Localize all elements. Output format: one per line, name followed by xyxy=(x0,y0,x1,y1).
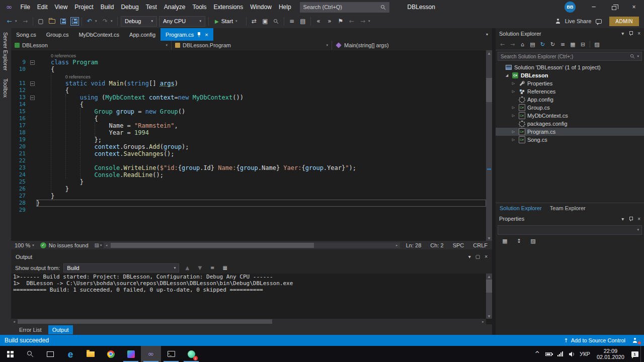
expander-icon[interactable]: ▷ xyxy=(511,89,516,94)
search-options-chevron-icon[interactable]: ▾ xyxy=(637,54,639,58)
code-line[interactable]: 18 Year = 1994 xyxy=(11,129,486,136)
save-icon[interactable] xyxy=(57,15,68,27)
network-icon[interactable] xyxy=(554,346,566,362)
output-source-select[interactable]: Build ▾ xyxy=(63,263,179,273)
output-horizontal-scrollbar[interactable]: ◂ ▸ xyxy=(11,319,486,324)
platform-select[interactable]: Any CPU ▾ xyxy=(159,16,205,27)
edge-button[interactable]: e xyxy=(60,346,80,362)
zoom-control[interactable]: 100 % ▾ xyxy=(15,242,34,248)
code-line[interactable]: 27 } xyxy=(11,193,486,200)
tree-item-group-cs[interactable]: ▷Group.cs xyxy=(496,104,644,112)
refresh-icon[interactable]: ↻ xyxy=(548,41,557,48)
code-line[interactable]: 11− static void Main(string[] args) xyxy=(11,80,486,87)
live-share-label[interactable]: Live Share xyxy=(565,18,592,24)
start-button[interactable] xyxy=(0,346,20,362)
tab-program-cs[interactable]: Program.cs× xyxy=(160,28,213,41)
scrollbar-thumb[interactable] xyxy=(486,78,492,102)
scroll-right-icon[interactable]: ▸ xyxy=(394,242,400,248)
menu-item-view[interactable]: View xyxy=(51,0,71,14)
attach-process-icon[interactable]: ⇄ xyxy=(249,15,260,27)
clock[interactable]: 22:09 02.01.2020 xyxy=(592,348,629,360)
se-forward-icon[interactable]: → xyxy=(508,41,517,48)
tab-mydbcontext-cs[interactable]: MyDbContext.cs xyxy=(73,28,124,41)
menu-item-build[interactable]: Build xyxy=(97,0,118,14)
properties-object-select[interactable]: ▾ xyxy=(498,225,642,235)
redo-chevron-icon[interactable]: ▾ xyxy=(111,19,115,23)
indent-icon[interactable]: » xyxy=(324,15,335,27)
side-tab-toolbox[interactable]: Toolbox xyxy=(3,78,9,98)
menu-item-extensions[interactable]: Extensions xyxy=(210,0,247,14)
window-position-chevron-icon[interactable]: ▾ xyxy=(621,31,624,36)
tree-item-mydbcontext-cs[interactable]: ▷MyDbContext.cs xyxy=(496,112,644,120)
tree-item-solution-dblesson-1-of-1-project[interactable]: Solution 'DBLesson' (1 of 1 project) xyxy=(496,63,644,71)
breadcrumb-type[interactable]: DBLesson.Program ▾ xyxy=(172,41,332,50)
window-position-chevron-icon[interactable]: ▾ xyxy=(468,254,471,259)
code-line[interactable]: 23 Console.WriteLine($"id:{group.Id} Nam… xyxy=(11,164,486,171)
nest-files-icon[interactable]: ≡ xyxy=(558,41,568,48)
code-line[interactable]: 29 xyxy=(11,207,486,214)
configuration-select[interactable]: Debug ▾ xyxy=(121,16,157,27)
se-back-icon[interactable]: ← xyxy=(498,41,507,48)
quick-search-box[interactable] xyxy=(300,2,389,13)
new-file-icon[interactable]: ▢ xyxy=(35,15,46,27)
code-line[interactable]: 12 { xyxy=(11,87,486,94)
maximize-panel-icon[interactable]: ▢ xyxy=(475,254,480,259)
word-wrap-icon[interactable]: ≡ xyxy=(208,265,217,270)
window-layout-icon[interactable]: ▤ xyxy=(297,15,308,27)
alphabetical-icon[interactable]: ↕ xyxy=(514,238,524,244)
scroll-down-icon[interactable]: ▼ xyxy=(486,235,492,241)
action-center-button[interactable]: 1 xyxy=(629,346,640,362)
scroll-left-icon[interactable]: ◂ xyxy=(11,319,17,324)
command-prompt-button[interactable]: ›_ xyxy=(161,346,181,362)
menu-item-project[interactable]: Project xyxy=(71,0,97,14)
taskbar-search-button[interactable] xyxy=(20,346,40,362)
menu-item-file[interactable]: File xyxy=(17,0,34,14)
scrollbar-thumb[interactable] xyxy=(18,319,272,324)
navigate-forward-icon[interactable]: → xyxy=(20,15,31,27)
collapse-region-icon[interactable]: − xyxy=(30,96,35,100)
code-line[interactable]: 10 { xyxy=(11,66,486,73)
code-line[interactable]: 0 references xyxy=(11,73,486,80)
file-explorer-button[interactable] xyxy=(80,346,101,362)
code-line[interactable]: 14 { xyxy=(11,101,486,108)
close-panel-icon[interactable]: × xyxy=(637,216,640,222)
line-indicator[interactable]: Ln: 28 xyxy=(406,242,422,248)
code-cleanup-icon[interactable]: ▨ xyxy=(95,242,99,248)
menu-item-test[interactable]: Test xyxy=(142,0,160,14)
chrome-button[interactable] xyxy=(101,346,121,362)
tab-song-cs[interactable]: Song.cs xyxy=(11,28,41,41)
hidden-icons-chevron[interactable]: ^ xyxy=(531,346,543,362)
code-line[interactable]: 17 Name = "Rammstein", xyxy=(11,122,486,129)
admin-button[interactable]: ADMIN xyxy=(609,17,639,26)
scrollbar-thumb[interactable] xyxy=(486,280,492,293)
minimize-button[interactable]: ─ xyxy=(584,0,604,14)
output-console[interactable]: 1>------ Build started: Project: DBLesso… xyxy=(11,274,492,324)
pin-panel-icon[interactable] xyxy=(628,31,633,36)
close-panel-icon[interactable]: × xyxy=(637,31,640,36)
code-line[interactable]: 26 } xyxy=(11,186,486,193)
code-editor[interactable]: 0 references9− class Program10 { 0 refer… xyxy=(11,50,492,241)
code-line[interactable]: 15 Group group = new Group() xyxy=(11,108,486,115)
code-line[interactable]: 13− using (MyDbContext context=new MyDbC… xyxy=(11,94,486,101)
visual-studio-taskbar-button[interactable]: ∞ xyxy=(141,346,161,362)
panel-tab-team-explorer[interactable]: Team Explorer xyxy=(550,205,586,211)
column-indicator[interactable]: Ch: 2 xyxy=(430,242,443,248)
undo-chevron-icon[interactable]: ▾ xyxy=(95,19,100,23)
code-line[interactable]: 19 }; xyxy=(11,136,486,143)
collapse-region-icon[interactable]: − xyxy=(30,81,35,86)
scrollbar-thumb[interactable] xyxy=(111,243,314,248)
task-list-icon[interactable]: ≡ xyxy=(286,15,297,27)
user-avatar[interactable]: BB xyxy=(565,2,576,13)
pin-panel-icon[interactable] xyxy=(628,216,633,222)
scroll-right-icon[interactable]: ▸ xyxy=(480,319,486,324)
solution-search-input[interactable] xyxy=(501,54,628,59)
tab-list-chevron-icon[interactable]: ▾ xyxy=(482,28,492,41)
code-cleanup-chevron-icon[interactable]: ▾ xyxy=(100,243,102,247)
switch-views-icon[interactable]: ▤ xyxy=(528,41,537,48)
vertical-scrollbar[interactable]: ▲ ▼ xyxy=(486,50,492,241)
close-tab-icon[interactable]: × xyxy=(205,32,208,38)
close-button[interactable]: × xyxy=(624,0,644,14)
clear-output-icon[interactable]: ▦ xyxy=(220,265,229,270)
toolbar-overflow-chevron-icon[interactable]: ▾ xyxy=(368,19,373,23)
restore-button[interactable] xyxy=(604,0,624,14)
